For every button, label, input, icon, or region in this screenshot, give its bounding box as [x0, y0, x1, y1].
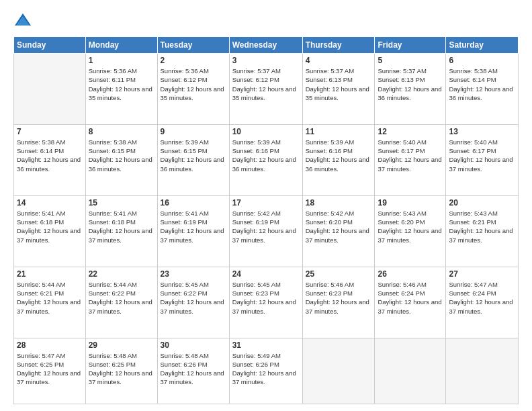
calendar-table: SundayMondayTuesdayWednesdayThursdayFrid… [13, 36, 519, 404]
calendar-cell: 10 Sunrise: 5:39 AMSunset: 6:16 PMDaylig… [229, 124, 302, 195]
day-info: Sunrise: 5:39 AMSunset: 6:15 PMDaylight:… [161, 138, 226, 173]
calendar-cell: 16 Sunrise: 5:41 AMSunset: 6:19 PMDaylig… [157, 195, 229, 267]
day-info: Sunrise: 5:46 AMSunset: 6:24 PMDaylight:… [378, 280, 443, 316]
day-info: Sunrise: 5:47 AMSunset: 6:25 PMDaylight:… [17, 351, 83, 387]
day-number: 1 [89, 56, 154, 65]
calendar-cell: 8 Sunrise: 5:38 AMSunset: 6:15 PMDayligh… [85, 124, 157, 195]
day-number: 7 [17, 127, 83, 136]
day-info: Sunrise: 5:43 AMSunset: 6:21 PMDaylight:… [449, 209, 515, 244]
calendar-week-row: 1 Sunrise: 5:36 AMSunset: 6:11 PMDayligh… [14, 54, 519, 125]
day-info: Sunrise: 5:37 AMSunset: 6:13 PMDaylight:… [306, 66, 372, 102]
day-number: 18 [306, 198, 372, 208]
calendar-header-tuesday: Tuesday [157, 37, 229, 54]
day-info: Sunrise: 5:38 AMSunset: 6:15 PMDaylight:… [89, 138, 154, 173]
day-info: Sunrise: 5:37 AMSunset: 6:12 PMDaylight:… [232, 66, 300, 102]
day-number: 4 [306, 56, 372, 65]
calendar-cell: 23 Sunrise: 5:45 AMSunset: 6:22 PMDaylig… [157, 267, 229, 338]
day-info: Sunrise: 5:38 AMSunset: 6:14 PMDaylight:… [17, 138, 83, 173]
calendar-cell: 11 Sunrise: 5:39 AMSunset: 6:16 PMDaylig… [302, 124, 375, 195]
day-number: 20 [449, 198, 515, 208]
day-number: 3 [232, 56, 300, 65]
day-number: 29 [89, 340, 154, 350]
calendar-cell [14, 54, 86, 125]
calendar-week-row: 14 Sunrise: 5:41 AMSunset: 6:18 PMDaylig… [14, 195, 519, 267]
day-info: Sunrise: 5:48 AMSunset: 6:25 PMDaylight:… [89, 351, 154, 387]
calendar-cell: 24 Sunrise: 5:45 AMSunset: 6:23 PMDaylig… [229, 267, 302, 338]
calendar-header-thursday: Thursday [302, 37, 375, 54]
calendar-cell [302, 338, 375, 404]
day-info: Sunrise: 5:45 AMSunset: 6:23 PMDaylight:… [232, 280, 300, 316]
day-number: 25 [306, 269, 372, 279]
day-info: Sunrise: 5:42 AMSunset: 6:19 PMDaylight:… [232, 209, 300, 244]
day-info: Sunrise: 5:36 AMSunset: 6:11 PMDaylight:… [89, 66, 154, 102]
day-number: 15 [89, 198, 154, 208]
day-number: 2 [161, 56, 226, 65]
calendar-cell: 9 Sunrise: 5:39 AMSunset: 6:15 PMDayligh… [157, 124, 229, 195]
calendar-cell: 14 Sunrise: 5:41 AMSunset: 6:18 PMDaylig… [14, 195, 86, 267]
day-number: 11 [306, 127, 372, 136]
day-info: Sunrise: 5:37 AMSunset: 6:13 PMDaylight:… [378, 66, 443, 102]
day-number: 12 [378, 127, 443, 136]
calendar-week-row: 7 Sunrise: 5:38 AMSunset: 6:14 PMDayligh… [14, 124, 519, 195]
calendar-header-sunday: Sunday [14, 37, 86, 54]
calendar-header-saturday: Saturday [446, 37, 519, 54]
day-number: 14 [17, 198, 83, 208]
calendar-cell: 19 Sunrise: 5:43 AMSunset: 6:20 PMDaylig… [375, 195, 446, 267]
day-number: 27 [449, 269, 515, 279]
calendar-cell: 27 Sunrise: 5:47 AMSunset: 6:24 PMDaylig… [446, 267, 519, 338]
day-number: 22 [89, 269, 154, 279]
day-info: Sunrise: 5:41 AMSunset: 6:18 PMDaylight:… [89, 209, 154, 244]
calendar-header-row: SundayMondayTuesdayWednesdayThursdayFrid… [14, 37, 519, 54]
calendar-cell: 6 Sunrise: 5:38 AMSunset: 6:14 PMDayligh… [446, 54, 519, 125]
day-info: Sunrise: 5:36 AMSunset: 6:12 PMDaylight:… [161, 66, 226, 102]
calendar-cell: 29 Sunrise: 5:48 AMSunset: 6:25 PMDaylig… [85, 338, 157, 404]
day-info: Sunrise: 5:40 AMSunset: 6:17 PMDaylight:… [449, 138, 515, 173]
calendar-cell [375, 338, 446, 404]
day-number: 17 [232, 198, 300, 208]
day-number: 23 [161, 269, 226, 279]
calendar-cell: 22 Sunrise: 5:44 AMSunset: 6:22 PMDaylig… [85, 267, 157, 338]
calendar-cell: 31 Sunrise: 5:49 AMSunset: 6:26 PMDaylig… [229, 338, 302, 404]
calendar-cell: 2 Sunrise: 5:36 AMSunset: 6:12 PMDayligh… [157, 54, 229, 125]
calendar-cell: 28 Sunrise: 5:47 AMSunset: 6:25 PMDaylig… [14, 338, 86, 404]
calendar-cell: 18 Sunrise: 5:42 AMSunset: 6:20 PMDaylig… [302, 195, 375, 267]
calendar-header-wednesday: Wednesday [229, 37, 302, 54]
calendar-cell: 21 Sunrise: 5:44 AMSunset: 6:21 PMDaylig… [14, 267, 86, 338]
calendar-header-monday: Monday [85, 37, 157, 54]
day-number: 21 [17, 269, 83, 279]
calendar-cell: 20 Sunrise: 5:43 AMSunset: 6:21 PMDaylig… [446, 195, 519, 267]
day-number: 10 [232, 127, 300, 136]
calendar-cell: 7 Sunrise: 5:38 AMSunset: 6:14 PMDayligh… [14, 124, 86, 195]
day-number: 9 [161, 127, 226, 136]
calendar-cell: 5 Sunrise: 5:37 AMSunset: 6:13 PMDayligh… [375, 54, 446, 125]
day-number: 26 [378, 269, 443, 279]
day-number: 13 [449, 127, 515, 136]
calendar-cell: 17 Sunrise: 5:42 AMSunset: 6:19 PMDaylig… [229, 195, 302, 267]
day-info: Sunrise: 5:49 AMSunset: 6:26 PMDaylight:… [232, 351, 300, 387]
day-number: 8 [89, 127, 154, 136]
day-number: 24 [232, 269, 300, 279]
day-info: Sunrise: 5:47 AMSunset: 6:24 PMDaylight:… [449, 280, 515, 316]
day-number: 6 [449, 56, 515, 65]
calendar-cell [446, 338, 519, 404]
day-info: Sunrise: 5:48 AMSunset: 6:26 PMDaylight:… [161, 351, 226, 387]
logo-icon [13, 11, 32, 30]
calendar-cell: 4 Sunrise: 5:37 AMSunset: 6:13 PMDayligh… [302, 54, 375, 125]
day-number: 28 [17, 340, 83, 350]
day-number: 16 [161, 198, 226, 208]
day-info: Sunrise: 5:42 AMSunset: 6:20 PMDaylight:… [306, 209, 372, 244]
calendar-week-row: 28 Sunrise: 5:47 AMSunset: 6:25 PMDaylig… [14, 338, 519, 404]
calendar-cell: 15 Sunrise: 5:41 AMSunset: 6:18 PMDaylig… [85, 195, 157, 267]
day-number: 19 [378, 198, 443, 208]
calendar-header-friday: Friday [375, 37, 446, 54]
calendar-cell: 1 Sunrise: 5:36 AMSunset: 6:11 PMDayligh… [85, 54, 157, 125]
calendar-cell: 25 Sunrise: 5:46 AMSunset: 6:23 PMDaylig… [302, 267, 375, 338]
day-info: Sunrise: 5:39 AMSunset: 6:16 PMDaylight:… [232, 138, 300, 173]
day-number: 31 [232, 340, 300, 350]
calendar-cell: 26 Sunrise: 5:46 AMSunset: 6:24 PMDaylig… [375, 267, 446, 338]
day-info: Sunrise: 5:40 AMSunset: 6:17 PMDaylight:… [378, 138, 443, 173]
day-number: 5 [378, 56, 443, 65]
day-number: 30 [161, 340, 226, 350]
day-info: Sunrise: 5:41 AMSunset: 6:19 PMDaylight:… [161, 209, 226, 244]
day-info: Sunrise: 5:44 AMSunset: 6:22 PMDaylight:… [89, 280, 154, 316]
